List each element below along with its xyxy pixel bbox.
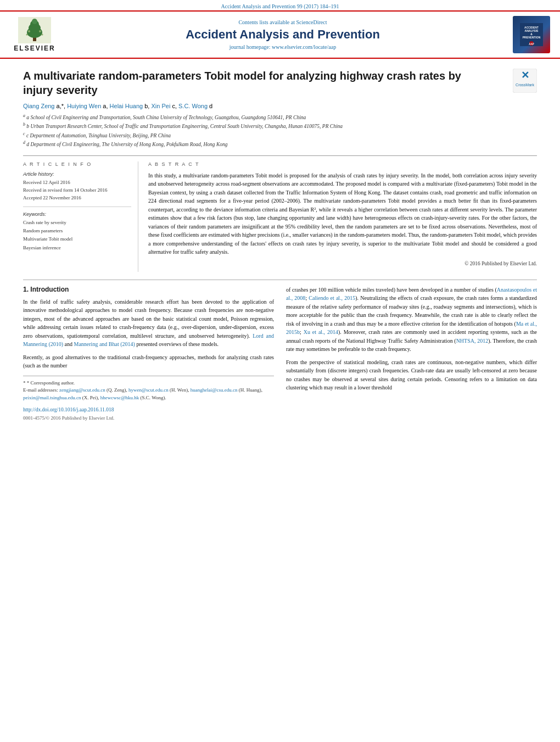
sciencedirect-prefix: Contents lists available at xyxy=(238,19,294,25)
intro-para-1: In the field of traffic safety analysis,… xyxy=(23,298,274,349)
footnote-doi: http://dx.doi.org/10.1016/j.aap.2016.11.… xyxy=(23,406,274,414)
right-para-2: From the perspective of statistical mode… xyxy=(286,358,537,392)
header-center: Contents lists available at ScienceDirec… xyxy=(59,19,506,50)
footnote-corresponding: * * Corresponding author. xyxy=(23,380,274,387)
email-zeng[interactable]: zengjiang@scut.edu.cn xyxy=(59,387,105,393)
svg-point-8 xyxy=(26,34,28,36)
doi-link[interactable]: http://dx.doi.org/10.1016/j.aap.2016.11.… xyxy=(23,406,274,414)
footnote-section: * * Corresponding author. E-mail address… xyxy=(23,376,274,422)
author-zeng: Qiang Zeng xyxy=(23,103,54,109)
elsevier-logo: ELSEVIER xyxy=(10,17,59,52)
authors-line: Qiang Zeng a,*, Huiying Wen a, Helai Hua… xyxy=(23,103,537,109)
intro-para-2: Recently, as good alternatives to the tr… xyxy=(23,353,274,370)
footnote-emails: E-mail addresses: zengjiang@scut.edu.cn … xyxy=(23,387,274,401)
history-label: Article history: xyxy=(23,171,131,177)
sciencedirect-label: Contents lists available at ScienceDirec… xyxy=(59,19,506,25)
author-wen: Huiying Wen xyxy=(67,103,101,109)
svg-point-9 xyxy=(42,34,43,36)
section-num: 1. xyxy=(23,286,29,293)
emails-label: E-mail addresses: xyxy=(23,387,58,393)
elsevier-label: ELSEVIER xyxy=(14,44,55,52)
elsevier-tree-icon xyxy=(18,17,51,43)
author-pei: Xin Pei xyxy=(151,103,170,109)
body-right-col: of crashes per 100 million vehicle miles… xyxy=(286,286,537,422)
article-dates: Received 12 April 2016 Received in revis… xyxy=(23,178,131,202)
svg-point-6 xyxy=(28,30,30,32)
article-content: A multivariate random-parameters Tobit m… xyxy=(0,59,560,422)
author-zeng-sup: a,*, xyxy=(57,103,66,109)
keywords-label: Keywords: xyxy=(23,211,131,217)
abstract-col: A B S T R A C T In this study, a multiva… xyxy=(148,161,537,272)
abstract-text: In this study, a multivariate random-par… xyxy=(148,171,537,256)
affiliation-d: d d Department of Civil Engineering, The… xyxy=(23,140,537,148)
journal-citation-text: Accident Analysis and Prevention 99 (201… xyxy=(221,3,339,9)
email-huang[interactable]: huanghelai@csu.edu.cn xyxy=(191,387,238,393)
intro-section-title: 1. Introduction xyxy=(23,286,274,293)
article-title-section: A multivariate random-parameters Tobit m… xyxy=(23,69,537,97)
xu-link[interactable]: Xu et al., 2014 xyxy=(304,329,338,335)
article-info-heading: A R T I C L E I N F O xyxy=(23,161,131,167)
received-date: Received 12 April 2016 xyxy=(23,178,131,186)
svg-text:AAP: AAP xyxy=(529,43,534,46)
homepage-link[interactable]: www.elsevier.com/locate/aap xyxy=(272,44,336,50)
journal-logo-right: ACCIDENT ANALYSIS & PREVENTION AAP xyxy=(506,16,550,53)
keyword-1: Crash rate by severity xyxy=(23,219,131,227)
journal-homepage: journal homepage: www.elsevier.com/locat… xyxy=(59,44,506,50)
email-pei[interactable]: peixin@mail.tsinghua.edu.cn xyxy=(23,395,81,400)
affiliation-c: c c Department of Automation, Tsinghua U… xyxy=(23,131,537,140)
lord-mannering-link[interactable]: Lord and Mannering (2010) xyxy=(23,333,274,348)
author-wen-sup: a, xyxy=(103,103,108,109)
email-wong[interactable]: hhewcwsc@hku.hk xyxy=(100,395,139,400)
mannering-bhat-link[interactable]: Mannering and Bhat (2014) xyxy=(74,341,135,347)
section-title-text: Introduction xyxy=(30,286,69,293)
sciencedirect-link[interactable]: ScienceDirect xyxy=(296,19,327,25)
revised-date: Received in revised form 14 October 2016 xyxy=(23,186,131,194)
caliendo-link[interactable]: Caliendo et al., 2015 xyxy=(309,295,355,301)
svg-text:CrossMark: CrossMark xyxy=(516,83,534,87)
article-title: A multivariate random-parameters Tobit m… xyxy=(23,69,473,97)
nhtsa-link[interactable]: NHTSA, 2012 xyxy=(456,338,489,344)
homepage-label: journal homepage: xyxy=(229,44,271,50)
copyright-line: © 2016 Published by Elsevier Ltd. xyxy=(148,261,537,266)
author-huang: Helai Huang xyxy=(110,103,143,109)
affiliation-b: b b Urban Transport Research Center, Sch… xyxy=(23,121,537,130)
crossmark-icon[interactable]: ✕ CrossMark xyxy=(513,69,537,93)
keyword-2: Random parameters xyxy=(23,227,131,235)
author-wong-sup: d xyxy=(209,103,212,109)
body-content: 1. Introduction In the field of traffic … xyxy=(23,286,537,422)
page: Accident Analysis and Prevention 99 (201… xyxy=(0,0,560,742)
journal-logo-box: ACCIDENT ANALYSIS & PREVENTION AAP xyxy=(513,16,550,53)
keywords-list: Crash rate by severity Random parameters… xyxy=(23,219,131,252)
journal-citation: Accident Analysis and Prevention 99 (201… xyxy=(0,0,560,10)
aap-logo-icon: ACCIDENT ANALYSIS & PREVENTION AAP xyxy=(520,23,543,46)
crossmark-logo: ✕ CrossMark xyxy=(513,69,537,94)
svg-text:✕: ✕ xyxy=(521,70,529,81)
keyword-4: Bayesian inference xyxy=(23,244,131,252)
svg-text:PREVENTION: PREVENTION xyxy=(523,36,541,39)
affiliations: a a School of Civil Engineering and Tran… xyxy=(23,113,537,149)
svg-point-5 xyxy=(32,19,37,24)
email-wen[interactable]: hywen@scut.edu.cn xyxy=(128,387,169,393)
abstract-heading: A B S T R A C T xyxy=(148,161,537,167)
affiliation-a: a a School of Civil Engineering and Tran… xyxy=(23,113,537,121)
accepted-date: Accepted 22 November 2016 xyxy=(23,194,131,202)
author-huang-sup: b, xyxy=(144,103,149,109)
body-left-col: 1. Introduction In the field of traffic … xyxy=(23,286,274,422)
journal-title: Accident Analysis and Prevention xyxy=(59,27,506,42)
journal-header: ELSEVIER Contents lists available at Sci… xyxy=(0,10,560,59)
right-para-1: of crashes per 100 million vehicle miles… xyxy=(286,286,537,354)
issn-line: 0001-4575/© 2016 Published by Elsevier L… xyxy=(23,415,274,422)
info-divider xyxy=(23,207,131,207)
svg-point-7 xyxy=(39,30,41,32)
keyword-3: Multivariate Tobit model xyxy=(23,235,131,243)
author-pei-sup: c, xyxy=(172,103,177,109)
body-divider xyxy=(23,280,537,280)
author-wong: S.C. Wong xyxy=(178,103,208,109)
article-info-col: A R T I C L E I N F O Article history: R… xyxy=(23,161,138,272)
article-info-abstract-section: A R T I C L E I N F O Article history: R… xyxy=(23,155,537,272)
